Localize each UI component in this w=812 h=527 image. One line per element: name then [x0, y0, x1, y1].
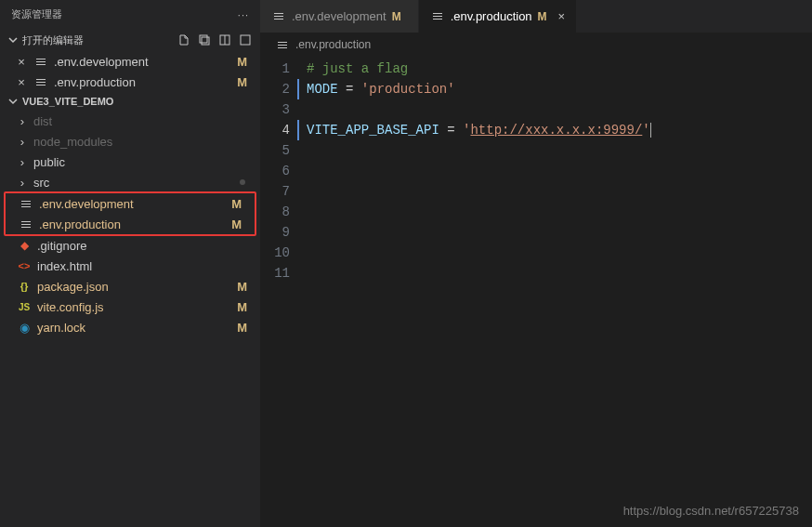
collapse-icon[interactable] — [238, 33, 253, 47]
watermark: https://blog.csdn.net/r657225738 — [623, 504, 799, 518]
tree-file[interactable]: .env.development M — [6, 193, 255, 214]
code-line[interactable]: # just a flag — [307, 59, 812, 79]
tree-item-name: package.json — [37, 280, 231, 294]
code-lines[interactable]: # just a flagMODE = 'production'VITE_APP… — [307, 59, 812, 527]
file-icon — [275, 42, 290, 48]
chevron-right-icon: › — [17, 176, 28, 190]
file-icon — [430, 13, 445, 20]
open-editors-header[interactable]: 打开的编辑器 — [0, 29, 260, 51]
editor-tab[interactable]: .env.production M × — [419, 0, 578, 33]
file-icon — [33, 59, 48, 65]
tree-item-name: .gitignore — [37, 239, 253, 253]
tree-item-name: index.html — [37, 259, 253, 273]
chevron-right-icon: › — [17, 135, 28, 149]
close-icon[interactable]: × — [15, 55, 28, 69]
git-icon: ◆ — [17, 239, 32, 252]
modified-badge: M — [237, 75, 253, 89]
highlight-annotation: .env.development M .env.production M — [4, 191, 256, 236]
tree-item-name: src — [33, 176, 234, 190]
line-number: 9 — [260, 222, 290, 243]
new-file-icon[interactable] — [177, 33, 191, 47]
open-editors-label: 打开的编辑器 — [22, 33, 84, 47]
file-icon — [19, 201, 33, 207]
file-icon — [271, 13, 286, 20]
json-icon: {} — [17, 281, 32, 292]
code-line[interactable] — [307, 181, 812, 202]
yarn-icon: ◉ — [17, 321, 32, 335]
js-icon: JS — [17, 302, 32, 312]
tab-name: .env.development — [292, 9, 386, 23]
line-number: 7 — [260, 181, 290, 202]
line-number: 2 — [260, 79, 290, 99]
modified-badge: M — [231, 197, 247, 211]
code-line[interactable] — [307, 202, 812, 222]
explorer-sidebar: 资源管理器 ··· 打开的编辑器 × .env.development M × … — [0, 0, 260, 527]
tree-folder[interactable]: › src — [0, 172, 260, 192]
file-tree: › dist › node_modules › public › src — [0, 111, 260, 192]
tree-folder[interactable]: › dist — [0, 111, 260, 131]
project-name: VUE3_VITE_DEMO — [22, 96, 113, 107]
line-number: 10 — [260, 243, 290, 263]
code-line[interactable] — [307, 263, 812, 283]
layout-icon[interactable] — [217, 33, 232, 47]
modified-badge: M — [237, 300, 253, 314]
tree-file[interactable]: JS vite.config.js M — [0, 296, 260, 317]
tree-folder[interactable]: › public — [0, 152, 260, 172]
tab-name: .env.production — [451, 9, 532, 23]
tree-file[interactable]: <> index.html — [0, 256, 260, 276]
line-number: 1 — [260, 59, 290, 79]
tree-item-name: dist — [33, 114, 253, 128]
tree-file[interactable]: .env.production M — [6, 214, 255, 234]
tree-item-name: .env.production — [39, 217, 226, 231]
explorer-header: 资源管理器 ··· — [0, 0, 260, 29]
tree-item-name: .env.development — [39, 197, 226, 211]
line-number: 6 — [260, 161, 290, 181]
code-line[interactable]: VITE_APP_BASE_API = 'http://xxx.x.x.x:99… — [297, 120, 812, 140]
breadcrumb[interactable]: .env.production — [260, 33, 812, 57]
close-icon[interactable]: × — [15, 75, 28, 89]
editor-tab[interactable]: .env.development M — [260, 0, 419, 33]
html-icon: <> — [17, 260, 32, 271]
tree-file[interactable]: {} package.json M — [0, 276, 260, 296]
tree-item-name: public — [33, 155, 253, 169]
project-header[interactable]: VUE3_VITE_DEMO — [0, 92, 260, 111]
more-icon[interactable]: ··· — [238, 9, 249, 20]
open-editor-item[interactable]: × .env.production M — [0, 72, 260, 92]
code-line[interactable] — [307, 243, 812, 263]
chevron-right-icon: › — [17, 114, 28, 128]
line-number: 3 — [260, 99, 290, 120]
editor-area: .env.development M .env.production M × .… — [260, 0, 812, 527]
file-tree-rest: ◆ .gitignore <> index.html {} package.js… — [0, 235, 260, 337]
modified-badge: M — [237, 55, 253, 69]
tree-item-name: vite.config.js — [37, 300, 231, 314]
modified-badge: M — [392, 10, 407, 23]
code-line[interactable] — [307, 161, 812, 181]
svg-rect-0 — [200, 35, 207, 43]
save-all-icon[interactable] — [197, 33, 212, 47]
open-editors-actions — [177, 33, 253, 47]
chevron-right-icon: › — [17, 155, 28, 169]
file-icon — [33, 79, 48, 86]
line-number: 5 — [260, 140, 290, 161]
tree-file[interactable]: ◉ yarn.lock M — [0, 317, 260, 337]
code-area[interactable]: 1234567891011 # just a flagMODE = 'produ… — [260, 57, 812, 527]
editor-item-name: .env.development — [54, 55, 231, 69]
breadcrumb-text: .env.production — [295, 38, 371, 51]
open-editor-item[interactable]: × .env.development M — [0, 51, 260, 72]
modified-badge: M — [237, 321, 253, 335]
editor-item-name: .env.production — [54, 75, 231, 89]
code-line[interactable] — [307, 222, 812, 243]
line-number: 11 — [260, 263, 290, 283]
open-editors-list: × .env.development M × .env.production M — [0, 51, 260, 92]
code-line[interactable] — [307, 99, 812, 120]
svg-rect-1 — [202, 37, 209, 45]
modified-badge: M — [231, 217, 247, 231]
editor-tabs: .env.development M .env.production M × — [260, 0, 812, 33]
tree-folder[interactable]: › node_modules — [0, 131, 260, 152]
code-line[interactable]: MODE = 'production' — [297, 79, 812, 99]
file-icon — [19, 221, 33, 228]
close-icon[interactable]: × — [558, 9, 566, 23]
modified-badge: M — [237, 280, 253, 294]
code-line[interactable] — [307, 140, 812, 161]
tree-file[interactable]: ◆ .gitignore — [0, 235, 260, 256]
